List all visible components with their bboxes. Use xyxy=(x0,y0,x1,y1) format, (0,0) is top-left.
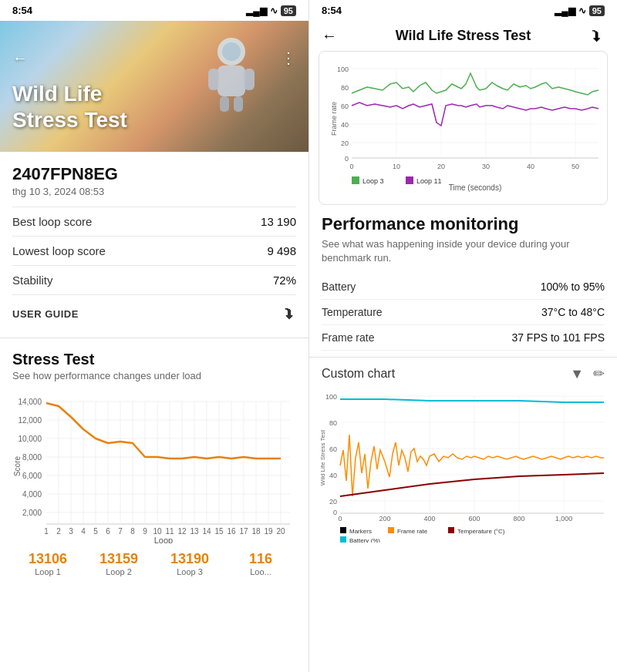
svg-text:Temperature (°C): Temperature (°C) xyxy=(457,528,505,535)
right-status-bar: 8:54 ▂▄▆ ∿ 95 xyxy=(309,0,617,21)
svg-text:14: 14 xyxy=(202,527,211,536)
battery-value: 100% to 95% xyxy=(541,281,605,293)
svg-rect-5 xyxy=(220,96,229,112)
loop-scores: 13106 Loop 1 13159 Loop 2 13190 Loop 3 1… xyxy=(12,543,296,576)
loop-3-label: Loop 3 xyxy=(154,567,225,576)
loop-3-value: 13190 xyxy=(154,551,225,567)
svg-text:12,000: 12,000 xyxy=(18,416,42,425)
svg-text:100: 100 xyxy=(337,66,349,73)
temperature-row: Temperature 37°C to 48°C xyxy=(322,300,605,325)
svg-text:Loop 3: Loop 3 xyxy=(362,177,384,185)
user-guide-row[interactable]: USER GUIDE ⮯ xyxy=(12,294,296,325)
svg-text:200: 200 xyxy=(379,515,390,522)
loop-2-label: Loop 2 xyxy=(83,567,154,576)
svg-text:4: 4 xyxy=(81,527,86,536)
svg-text:6: 6 xyxy=(106,527,110,536)
left-panel: 8:54 ▂▄▆ ∿ 95 ← ⋮ Wild Life Stress Test … xyxy=(0,0,308,672)
svg-rect-122 xyxy=(340,536,346,543)
share-button[interactable]: ⋮ xyxy=(281,49,296,67)
svg-text:60: 60 xyxy=(329,445,337,453)
stability-row: Stability 72% xyxy=(12,265,296,294)
stress-section: Stress Test See how performance changes … xyxy=(0,338,308,672)
left-time: 8:54 xyxy=(12,5,32,16)
svg-text:4,000: 4,000 xyxy=(22,490,42,499)
right-panel: 8:54 ▂▄▆ ∿ 95 ← Wild Life Stress Test ⮯ … xyxy=(308,0,617,672)
performance-section: Performance monitoring See what was happ… xyxy=(309,214,617,351)
stability-label: Stability xyxy=(12,274,53,287)
svg-text:20: 20 xyxy=(437,163,445,170)
battery-row: Battery 100% to 95% xyxy=(322,274,605,300)
svg-text:Markers: Markers xyxy=(349,528,372,535)
svg-text:60: 60 xyxy=(341,102,349,110)
svg-text:14,000: 14,000 xyxy=(18,398,42,406)
best-loop-row: Best loop score 13 190 xyxy=(12,207,296,236)
perf-subtitle: See what was happening inside your devic… xyxy=(322,237,605,265)
svg-text:10: 10 xyxy=(393,163,400,170)
svg-text:20: 20 xyxy=(341,139,349,147)
svg-text:Frame rate: Frame rate xyxy=(397,528,428,535)
svg-text:1: 1 xyxy=(44,527,49,536)
user-guide-share-icon: ⮯ xyxy=(282,306,297,322)
svg-text:100: 100 xyxy=(325,393,337,401)
svg-text:20: 20 xyxy=(329,498,337,506)
svg-text:30: 30 xyxy=(482,163,490,170)
right-top-nav: ← Wild Life Stress Test ⮯ xyxy=(309,21,617,51)
svg-text:12: 12 xyxy=(177,527,187,536)
lowest-loop-value: 9 498 xyxy=(267,244,296,257)
stability-value: 72% xyxy=(273,274,296,287)
stress-chart-container: 14,000 12,000 10,000 8,000 6,000 4,000 2… xyxy=(12,389,296,543)
svg-text:10,000: 10,000 xyxy=(18,435,42,443)
svg-text:11: 11 xyxy=(165,527,174,536)
loop-4-label: Loo... xyxy=(225,567,296,576)
bottom-chart: 100 80 60 40 20 0 Wild Life Stress Test xyxy=(319,388,609,543)
svg-text:40: 40 xyxy=(341,121,349,129)
svg-text:6,000: 6,000 xyxy=(22,472,42,480)
svg-text:5: 5 xyxy=(93,527,98,536)
loop-2-value: 13159 xyxy=(83,551,154,567)
svg-text:Loop 11: Loop 11 xyxy=(416,177,442,185)
svg-text:18: 18 xyxy=(251,527,261,536)
svg-text:17: 17 xyxy=(239,527,248,536)
dropdown-icon[interactable]: ▼ xyxy=(570,366,584,382)
best-loop-label: Best loop score xyxy=(12,215,92,228)
device-id: 2407FPN8EG xyxy=(12,164,296,184)
right-battery-badge: 95 xyxy=(589,5,605,16)
custom-chart-row[interactable]: Custom chart ▼ ✏ xyxy=(309,357,617,382)
left-top-nav: ← ⋮ xyxy=(0,42,308,73)
svg-text:8: 8 xyxy=(130,527,135,536)
right-back-button[interactable]: ← xyxy=(322,27,337,45)
lowest-loop-label: Lowest loop score xyxy=(12,244,106,257)
edit-icon[interactable]: ✏ xyxy=(593,365,605,382)
svg-text:16: 16 xyxy=(227,527,236,536)
svg-text:19: 19 xyxy=(264,527,273,536)
framerate-value: 37 FPS to 101 FPS xyxy=(511,331,605,344)
loop-1-value: 13106 xyxy=(12,551,83,567)
framerate-chart: 100 80 60 40 20 0 Frame rate xyxy=(329,61,603,192)
stress-title: Stress Test xyxy=(12,351,296,368)
stress-subtitle: See how performance changes under load xyxy=(12,370,296,381)
svg-text:Frame rate: Frame rate xyxy=(330,102,338,136)
svg-rect-6 xyxy=(234,96,243,112)
loop-1-label: Loop 1 xyxy=(12,567,83,576)
svg-text:15: 15 xyxy=(214,527,224,536)
battery-label: Battery xyxy=(322,281,356,293)
device-date: thg 10 3, 2024 08:53 xyxy=(12,186,296,197)
svg-text:0: 0 xyxy=(349,163,353,170)
user-guide-label: USER GUIDE xyxy=(12,308,79,320)
right-share-button[interactable]: ⮯ xyxy=(589,27,605,45)
loop-score-3: 13190 Loop 3 xyxy=(154,551,225,576)
temperature-label: Temperature xyxy=(322,306,383,318)
lowest-loop-row: Lowest loop score 9 498 xyxy=(12,236,296,265)
svg-text:0: 0 xyxy=(338,515,342,522)
svg-rect-89 xyxy=(406,176,413,184)
svg-text:0: 0 xyxy=(333,509,337,516)
right-signal-icon: ▂▄▆ xyxy=(555,5,575,16)
svg-text:Loop: Loop xyxy=(154,536,173,543)
back-button[interactable]: ← xyxy=(12,49,28,67)
svg-text:2: 2 xyxy=(56,527,61,536)
perf-title: Performance monitoring xyxy=(322,214,605,234)
svg-text:600: 600 xyxy=(468,515,480,522)
left-status-bar: 8:54 ▂▄▆ ∿ 95 xyxy=(0,0,308,21)
svg-rect-120 xyxy=(448,527,454,533)
hero-title: Wild Life Stress Test xyxy=(12,81,167,133)
